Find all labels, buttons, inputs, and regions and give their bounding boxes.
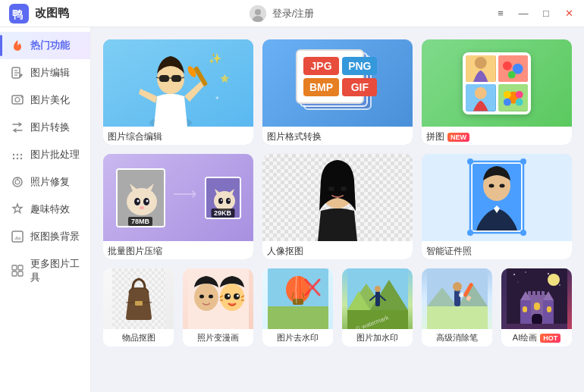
- sidebar-item-repair[interactable]: 照片修复: [0, 168, 90, 196]
- svg-point-55: [127, 188, 157, 215]
- svg-rect-123: [375, 291, 380, 306]
- card-comprehensive-edit[interactable]: ✨ ⭐ ✦ 图片综合编辑: [103, 39, 253, 145]
- card-product-text: 物品抠图: [122, 333, 155, 342]
- titlebar: 鸭 改图鸭 登录/注册 ≡ — □ ✕: [0, 0, 584, 27]
- svg-point-124: [375, 286, 381, 292]
- format-png: PNG: [342, 57, 377, 75]
- more-icon: [11, 264, 24, 278]
- svg-text:鸭: 鸭: [12, 8, 23, 20]
- sidebar-item-hot[interactable]: 热门功能: [0, 32, 90, 59]
- svg-point-19: [15, 180, 20, 184]
- svg-point-10: [15, 98, 20, 102]
- sidebar-item-more-label: 更多图片工具: [30, 257, 80, 284]
- svg-point-144: [517, 281, 518, 282]
- sidebar-item-edit[interactable]: 图片编辑: [0, 59, 90, 86]
- size-after: 29KB: [211, 209, 234, 218]
- card-eraser-text: 高级消除笔: [436, 333, 478, 342]
- svg-point-103: [237, 295, 239, 297]
- svg-point-102: [228, 295, 230, 297]
- login-text[interactable]: 登录/注册: [272, 7, 315, 20]
- sidebar-item-batch[interactable]: 图片批处理: [0, 141, 90, 168]
- card-compress[interactable]: 78MB ⟶: [103, 154, 253, 259]
- special-icon: [11, 202, 24, 216]
- card-portrait-text: 人像抠图: [267, 245, 303, 258]
- titlebar-left: 鸭 改图鸭: [9, 4, 69, 24]
- svg-point-63: [218, 198, 223, 204]
- card-portrait-cutout[interactable]: 人像抠图: [262, 154, 413, 259]
- card-id-photo[interactable]: 智能证件照: [422, 154, 572, 259]
- card-ai-paint[interactable]: AI绘画 HOT: [501, 268, 572, 347]
- svg-rect-153: [543, 300, 554, 325]
- svg-rect-31: [171, 75, 181, 82]
- svg-point-51: [515, 91, 523, 99]
- sidebar-item-special-label: 趣味特效: [30, 202, 70, 216]
- sidebar-item-convert[interactable]: 图片转换: [0, 114, 90, 141]
- card-format-text: 图片格式转换: [267, 130, 322, 143]
- svg-point-133: [453, 282, 462, 291]
- svg-point-96: [199, 295, 204, 299]
- card-wmremove-text: 图片去水印: [277, 333, 319, 342]
- card-photo-cartoon[interactable]: → 照片变: [183, 268, 253, 347]
- svg-rect-156: [534, 303, 540, 310]
- svg-line-34: [181, 77, 184, 78]
- svg-point-17: [20, 158, 22, 159]
- sidebar-item-removebg[interactable]: 抠图换背景: [0, 223, 90, 250]
- minimize-button[interactable]: —: [517, 8, 529, 19]
- card-watermark-remove[interactable]: 图片去水印: [262, 268, 333, 347]
- menu-icon[interactable]: ≡: [495, 8, 507, 19]
- svg-point-50: [503, 91, 510, 99]
- svg-rect-21: [12, 231, 23, 242]
- svg-point-145: [559, 284, 560, 286]
- card-collage-label: 拼图 NEW: [422, 127, 572, 145]
- card-product-cutout[interactable]: 物品抠图: [103, 268, 174, 347]
- svg-point-64: [226, 198, 231, 204]
- svg-rect-114: [293, 299, 303, 305]
- titlebar-controls[interactable]: ≡ — □ ✕: [495, 8, 575, 19]
- svg-rect-151: [542, 291, 545, 297]
- svg-rect-110: [268, 306, 328, 329]
- sidebar-item-special[interactable]: 趣味特效: [0, 196, 90, 223]
- svg-rect-150: [537, 291, 540, 297]
- svg-point-140: [513, 274, 515, 275]
- svg-point-95: [194, 284, 218, 311]
- svg-point-66: [228, 199, 230, 201]
- svg-rect-160: [507, 324, 567, 329]
- card-collage[interactable]: 拼图 NEW: [422, 39, 572, 145]
- svg-line-33: [156, 77, 159, 78]
- sidebar-item-batch-label: 图片批处理: [30, 148, 80, 162]
- sidebar-item-beauty[interactable]: 图片美化: [0, 86, 90, 114]
- svg-point-11: [21, 96, 23, 98]
- svg-rect-158: [547, 306, 551, 312]
- app-title: 改图鸭: [35, 6, 69, 20]
- svg-point-84: [520, 158, 526, 165]
- avatar[interactable]: [250, 5, 266, 22]
- titlebar-center[interactable]: 登录/注册: [250, 5, 315, 22]
- svg-point-83: [467, 158, 473, 165]
- svg-point-53: [515, 99, 523, 106]
- main-layout: 热门功能 图片编辑 图片美化 图片转换 图片批处理: [0, 27, 584, 392]
- maximize-button[interactable]: □: [540, 8, 552, 19]
- svg-point-60: [140, 206, 144, 209]
- removebg-icon: [11, 230, 24, 243]
- card-wmadd-label: 图片加水印: [342, 329, 413, 347]
- svg-rect-157: [523, 306, 527, 312]
- svg-rect-93: [135, 301, 143, 306]
- card-format-convert[interactable]: JPG PNG BMP GIF 图片格式转换: [262, 39, 413, 145]
- svg-rect-30: [159, 75, 169, 82]
- svg-point-16: [17, 158, 18, 159]
- card-ai-label: AI绘画 HOT: [501, 329, 572, 347]
- card-idphoto-label: 智能证件照: [422, 241, 572, 259]
- card-eraser[interactable]: 高级消除笔: [422, 268, 492, 347]
- card-watermark-add[interactable]: © watermark 图片加水印: [342, 268, 413, 347]
- hot-icon: [11, 39, 24, 52]
- size-before: 78MB: [128, 217, 152, 226]
- close-button[interactable]: ✕: [563, 8, 575, 19]
- svg-point-76: [341, 187, 347, 191]
- svg-point-75: [328, 187, 334, 191]
- svg-rect-24: [12, 271, 17, 276]
- sidebar-item-more[interactable]: 更多图片工具: [0, 250, 90, 291]
- collage-new-badge: NEW: [447, 133, 469, 142]
- format-gif: GIF: [342, 78, 377, 96]
- svg-point-47: [475, 87, 487, 99]
- app-logo: 鸭: [9, 4, 29, 24]
